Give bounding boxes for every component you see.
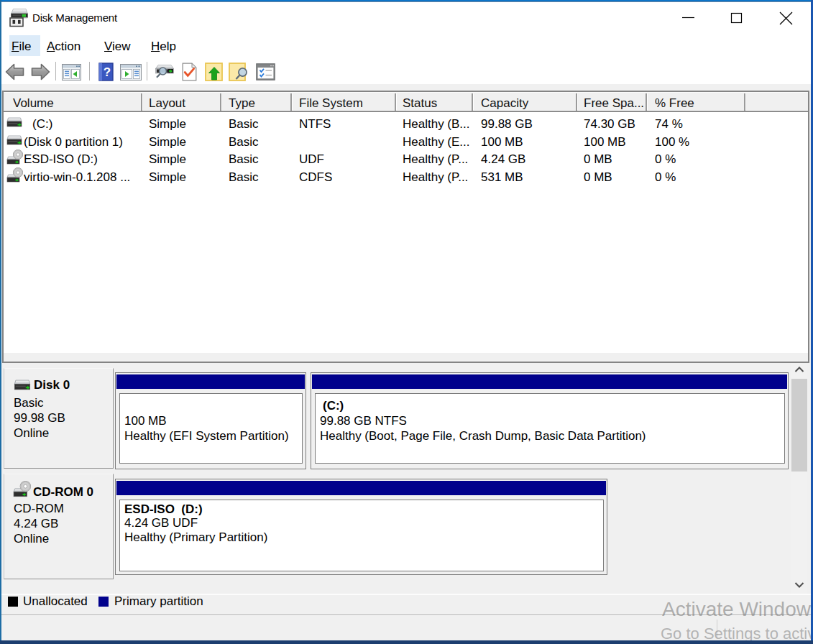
svg-text:?: ? bbox=[104, 65, 111, 79]
